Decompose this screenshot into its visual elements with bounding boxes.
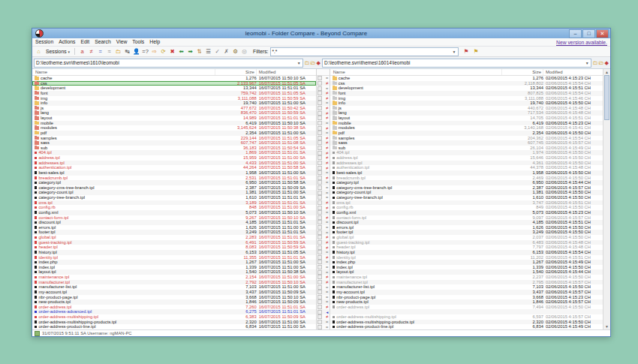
minimize-button[interactable]: – — [569, 29, 582, 38]
file-row[interactable]: index.php1,26716/07/2015 11:51:00 SA — [32, 260, 316, 265]
file-row[interactable]: order-address-multishipping.tpl6,59702/0… — [330, 314, 603, 320]
file-row[interactable]: layout.tpl1,54002/06/2015 4:15:44 CH — [330, 269, 603, 275]
file-row[interactable]: category-tree-branch.tpl1,61016/07/2015 … — [32, 195, 316, 200]
file-row[interactable]: category-count.tpl1,38116/07/2015 11:51:… — [32, 190, 316, 195]
file-row[interactable]: order-address-multishipping-products.tpl… — [32, 320, 316, 325]
swap-sides-icon[interactable]: ⚑ — [462, 47, 471, 56]
folder-row[interactable]: layout14,70502/06/2015 4:15:51 CH — [330, 116, 603, 121]
file-row[interactable]: order-address-multishipping.tpl6,38316/0… — [32, 314, 316, 320]
file-row[interactable]: index.tpl1,33916/07/2015 11:51:00 SA — [32, 265, 316, 270]
menu-item-help[interactable]: Help — [149, 38, 160, 46]
file-row[interactable]: order-address.tpl7,26016/07/2015 11:51:0… — [32, 305, 316, 310]
file-row[interactable]: header.tpl7,79702/06/2015 4:15:48 CH — [330, 245, 603, 250]
file-row[interactable]: config.xml5,07316/07/2015 11:50:10 SA — [32, 210, 316, 215]
file-row[interactable]: maintenance.tpl2,15416/07/2015 11:51:00 … — [32, 275, 316, 280]
file-row[interactable]: addresses.tpl4,36102/06/2015 4:15:50 CH — [330, 161, 603, 166]
compare-contents-icon[interactable]: ↹ — [123, 47, 131, 56]
file-row[interactable]: category-cms-tree-branch.tpl2,38702/06/2… — [330, 185, 603, 191]
folder-row[interactable]: samples229,14416/07/2015 11:51:05 SA — [32, 136, 316, 141]
folder-row[interactable]: info19,74016/07/2015 11:51:00 SA — [32, 101, 316, 106]
file-row[interactable]: manufacturer-list.tpl7,10316/07/2015 11:… — [32, 284, 316, 290]
folder-row[interactable]: sass607,74716/07/2015 11:51:08 SA — [32, 140, 316, 146]
folder-row[interactable]: mobile6,41916/07/2015 11:50:10 SA — [32, 121, 316, 126]
folder-row[interactable]: css2,133,96716/07/2015 11:51:05 SA — [32, 81, 316, 86]
maximize-button[interactable]: □ — [582, 29, 595, 38]
file-row[interactable]: discount.tpl4,18516/07/2015 11:51:01 SA — [32, 220, 316, 225]
folder-row[interactable]: js440,67202/06/2015 4:15:48 CH — [330, 106, 603, 111]
file-row[interactable] — [330, 309, 603, 314]
home-icon[interactable]: ⌂ — [35, 47, 43, 56]
folder-row[interactable]: sub36,18316/07/2015 11:50:54 SA — [32, 146, 316, 151]
file-row[interactable]: contact-form.tpl9,09702/06/2015 4:15:57 … — [330, 215, 603, 221]
left-path-combo[interactable]: D:\leotheme.svn\themes\1610\leomobi▼ — [34, 59, 303, 68]
titlebar[interactable]: leomobi - Folder Compare - Beyond Compar… — [32, 29, 610, 38]
move-icon[interactable]: ✗ — [222, 47, 230, 56]
menu-item-session[interactable]: Session — [35, 38, 53, 46]
folder-row[interactable]: css2,118,80202/06/2015 4:15:54 CH — [330, 81, 603, 86]
file-row[interactable]: manufacturer-list.tpl7,10302/06/2015 4:1… — [330, 284, 603, 290]
column-header-size[interactable]: Size — [502, 69, 543, 75]
view-diffs-toggle-icon[interactable]: ≠ — [87, 47, 95, 56]
folder-row[interactable]: sub26,10402/06/2015 4:15:49 CH — [330, 146, 603, 151]
column-header-name[interactable]: Name — [330, 69, 502, 75]
folder-row[interactable]: img3,111,08816/07/2015 11:50:59 SA — [32, 96, 316, 101]
file-row[interactable]: best-sales.tpl1,95802/06/2015 4:15:50 CH — [330, 170, 603, 176]
column-header-modified[interactable]: Modified — [257, 69, 316, 75]
folder-row[interactable]: font759,74216/07/2015 11:51:05 SA — [32, 91, 316, 96]
file-row[interactable]: manufacturer.tpl2,79502/06/2015 4:15:57 … — [330, 280, 603, 285]
folder-row[interactable]: pdf2,35402/06/2015 4:15:50 CH — [330, 131, 603, 136]
file-row[interactable]: index.php1,26702/06/2015 4:15:49 CH — [330, 260, 603, 265]
menu-item-edit[interactable]: Edit — [80, 38, 89, 46]
minor-diffs-toggle-icon[interactable]: ≈ — [105, 47, 113, 56]
open-recent-icon[interactable]: 🗁 — [311, 59, 316, 67]
file-row[interactable]: layout.tpl1,54016/07/2015 11:50:38 SA — [32, 269, 316, 275]
column-header-modified[interactable]: Modified — [543, 69, 603, 75]
menu-item-tools[interactable]: Tools — [132, 38, 144, 46]
menu-item-search[interactable]: Search — [95, 38, 111, 46]
file-row[interactable]: errors.tpl1,62616/07/2015 11:51:00 SA — [32, 225, 316, 230]
file-row[interactable]: address.tpl15,64602/06/2015 4:15:50 CH — [330, 155, 603, 161]
file-row[interactable]: authentication.tpl44,37802/06/2015 4:15:… — [330, 165, 603, 170]
view-same-toggle-icon[interactable]: = — [96, 47, 104, 56]
file-row[interactable]: nbr-product-page.tpl3,66816/07/2015 11:5… — [32, 295, 316, 300]
session-rules-icon[interactable]: 👤 — [132, 47, 140, 56]
file-row[interactable]: identity.tpl11,35516/07/2015 11:51:01 SA — [32, 255, 316, 260]
file-row[interactable]: global.tpl2,28316/07/2015 11:51:01 SA — [32, 235, 316, 240]
file-row[interactable]: manufacturer.tpl2,79216/07/2015 11:50:10… — [32, 280, 316, 285]
file-row[interactable]: cms.tpl3,74702/06/2015 4:15:51 CH — [330, 200, 603, 206]
file-row[interactable]: order-address-product-line.tpl6,83402/06… — [330, 324, 603, 329]
folder-row[interactable]: mobile6,41902/06/2015 4:15:23 CH — [330, 121, 603, 126]
file-row[interactable]: errors.tpl1,62602/06/2015 4:15:50 CH — [330, 225, 603, 230]
file-row[interactable]: discount.tpl4,18502/06/2015 4:15:51 CH — [330, 220, 603, 225]
folder-row[interactable]: sass607,74502/06/2015 4:15:57 CH — [330, 140, 603, 146]
folder-row[interactable]: cache1,27602/06/2015 4:15:23 CH — [330, 76, 603, 81]
file-row[interactable]: footer.tpl3,24916/07/2015 11:51:01 SA — [32, 230, 316, 235]
file-row[interactable]: 404.tpl1,86916/07/2015 11:51:01 SA — [32, 150, 316, 155]
file-row[interactable]: order-address.tpl7,49402/06/2015 4:15:50… — [330, 305, 603, 310]
file-row[interactable]: config.xml5,07302/06/2015 4:15:23 CH — [330, 210, 603, 215]
session-settings-icon[interactable]: ⚑ — [472, 47, 480, 56]
folder-row[interactable]: samples204,36202/06/2015 4:15:54 CH — [330, 136, 603, 141]
folder-row[interactable]: cache1,27616/07/2015 11:50:10 SA — [32, 76, 316, 81]
file-row[interactable]: nbr-product-page.tpl3,66802/06/2015 4:15… — [330, 295, 603, 300]
file-row[interactable]: category.tpl6,95002/06/2015 4:15:44 CH — [330, 180, 603, 185]
column-header-size[interactable]: Size — [215, 69, 257, 75]
file-row[interactable]: history.tpl6,15302/06/2015 4:15:54 CH — [330, 250, 603, 255]
filters-combo[interactable]: *.*▼ — [270, 47, 459, 56]
file-row[interactable]: best-sales.tpl1,95816/07/2015 11:51:00 S… — [32, 170, 316, 176]
browse-folder-icon[interactable]: 🗀 — [305, 59, 310, 67]
menu-item-view[interactable]: View — [116, 38, 128, 46]
new-version-link[interactable]: New version available. — [556, 40, 607, 45]
file-row[interactable]: address.tpl15,95916/07/2015 11:51:00 SA — [32, 155, 316, 161]
file-row[interactable]: order-address-multishipping-products.tpl… — [330, 320, 603, 325]
scroll-up-icon[interactable]: ▲ — [603, 69, 610, 75]
view-all-toggle-icon[interactable]: a — [78, 47, 86, 56]
folder-row[interactable]: lang717,53402/06/2015 4:15:48 CH — [330, 110, 603, 116]
folder-row[interactable]: info19,74002/06/2015 4:15:50 CH — [330, 101, 603, 106]
folder-row[interactable]: font807,82502/06/2015 4:15:54 CH — [330, 91, 603, 96]
refresh-icon[interactable]: ⟳ — [159, 47, 167, 56]
file-row[interactable]: config.rb84816/07/2015 11:51:00 SA — [32, 205, 316, 210]
ignore-icon[interactable]: ◎ — [240, 47, 248, 56]
folder-row[interactable]: modules3,140,16802/06/2015 4:15:41 CH — [330, 125, 603, 131]
file-row[interactable]: new-products.tpl1,84602/06/2015 4:15:57 … — [330, 299, 603, 305]
